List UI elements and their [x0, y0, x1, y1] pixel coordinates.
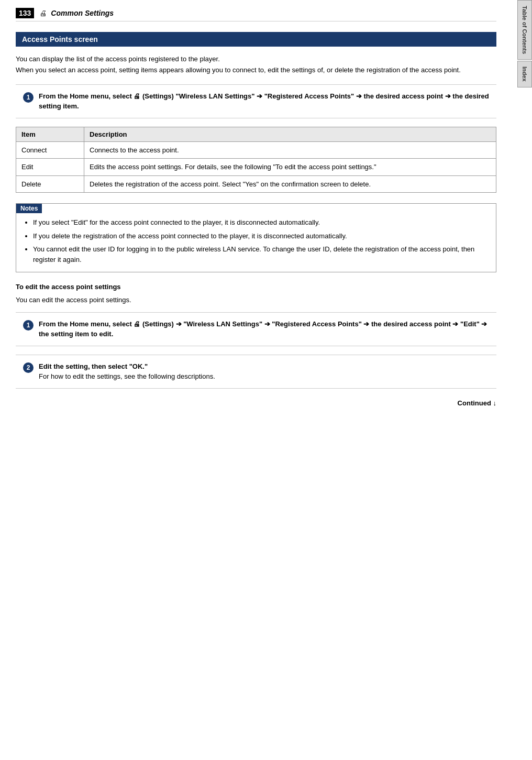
- intro-text: You can display the list of the access p…: [16, 54, 496, 76]
- header-icon: 🖨: [39, 9, 47, 17]
- row-desc-1: Edits the access point settings. For det…: [84, 159, 496, 176]
- table-header-row: Item Description: [16, 127, 496, 141]
- page-number: 133: [16, 8, 34, 18]
- tab-index[interactable]: Index: [517, 61, 532, 87]
- subsection-intro: You can edit the access point settings.: [16, 295, 496, 306]
- continued-text: Continued ↓: [16, 399, 496, 407]
- subsection-title: To edit the access point settings: [16, 283, 496, 291]
- tab-table-of-contents[interactable]: Table of Contents: [517, 0, 532, 60]
- note-item: If you select "Edit" for the access poin…: [33, 217, 490, 228]
- notes-content: If you select "Edit" for the access poin…: [16, 213, 496, 272]
- settings-icon: 🖨: [134, 91, 140, 102]
- notes-box: Notes If you select "Edit" for the acces…: [16, 203, 496, 272]
- settings-icon-2: 🖨: [134, 319, 140, 329]
- header-title: Common Settings: [51, 9, 114, 17]
- notes-list: If you select "Edit" for the access poin…: [23, 217, 490, 265]
- intro-line-2: When you select an access point, setting…: [16, 66, 461, 74]
- right-tabs: Table of Contents Index: [517, 0, 532, 760]
- row-item-1: Edit: [16, 159, 84, 176]
- page-header: 133 🖨 Common Settings: [16, 8, 496, 21]
- step1-number: 1: [23, 92, 34, 103]
- note-item: If you delete the registration of the ac…: [33, 231, 490, 241]
- note-item: You cannot edit the user ID for logging …: [33, 244, 490, 265]
- sub-step2-text: Edit the setting, then select "OK." For …: [39, 361, 215, 382]
- table-row: Edit Edits the access point settings. Fo…: [16, 159, 496, 176]
- col-header-item: Item: [16, 127, 84, 141]
- sub-step1-block: 1 From the Home menu, select 🖨 (Settings…: [16, 312, 496, 346]
- row-desc-2: Deletes the registration of the access p…: [84, 175, 496, 193]
- step1-text: From the Home menu, select 🖨 (Settings) …: [39, 91, 489, 112]
- section-title: Access Points screen: [22, 35, 98, 43]
- sub-step1-number: 1: [23, 320, 34, 331]
- row-item-0: Connect: [16, 141, 84, 159]
- sub-step2-block: 2 Edit the setting, then select "OK." Fo…: [16, 355, 496, 389]
- row-item-2: Delete: [16, 175, 84, 193]
- sub-step2-number: 2: [23, 362, 34, 373]
- table-row: Connect Connects to the access point.: [16, 141, 496, 159]
- page-wrapper: 133 🖨 Common Settings Access Points scre…: [0, 0, 532, 760]
- step1-block: 1 From the Home menu, select 🖨 (Settings…: [16, 84, 496, 118]
- section-header: Access Points screen: [16, 32, 496, 47]
- row-desc-0: Connects to the access point.: [84, 141, 496, 159]
- access-points-table: Item Description Connect Connects to the…: [16, 127, 496, 193]
- sub-step2-subtext: For how to edit the settings, see the fo…: [39, 372, 215, 380]
- col-header-description: Description: [84, 127, 496, 141]
- table-row: Delete Deletes the registration of the a…: [16, 175, 496, 193]
- sub-step1-text: From the Home menu, select 🖨 (Settings) …: [39, 319, 489, 339]
- notes-label: Notes: [16, 204, 42, 213]
- intro-line-1: You can display the list of the access p…: [16, 55, 220, 63]
- main-content: 133 🖨 Common Settings Access Points scre…: [0, 0, 517, 760]
